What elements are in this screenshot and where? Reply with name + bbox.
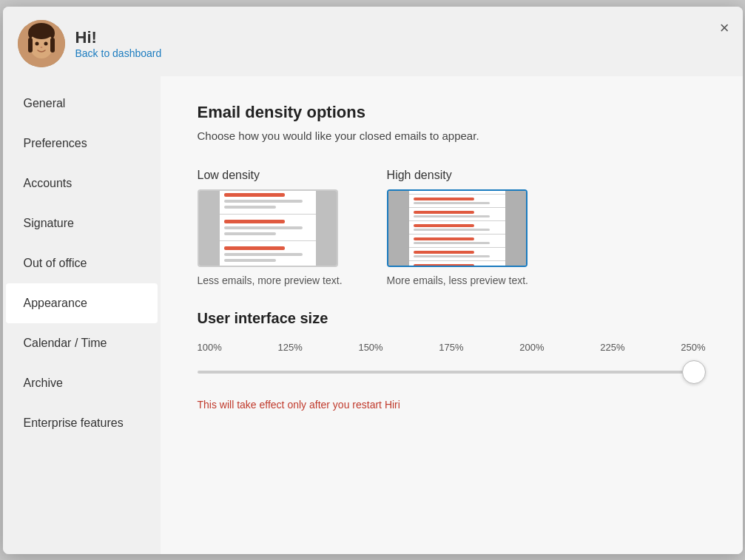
slider-label-100: 100% bbox=[198, 342, 222, 353]
sender-bar bbox=[224, 193, 286, 197]
email-row bbox=[409, 248, 505, 261]
slider-label-200: 200% bbox=[519, 342, 544, 353]
sidebar-item-enterprise-features[interactable]: Enterprise features bbox=[6, 403, 158, 443]
sidebar-item-general[interactable]: General bbox=[6, 84, 158, 124]
slider-label-250: 250% bbox=[681, 342, 705, 353]
slider-thumb[interactable] bbox=[682, 360, 706, 384]
sidebar: General Preferences Accounts Signature O… bbox=[3, 76, 161, 554]
preview-line-short bbox=[224, 206, 277, 209]
sidebar-item-appearance[interactable]: Appearance bbox=[6, 283, 158, 323]
svg-rect-7 bbox=[28, 38, 33, 53]
email-row bbox=[409, 195, 505, 208]
dialog-header: Hi! Back to dashboard × bbox=[3, 7, 743, 76]
preview-line bbox=[414, 202, 491, 204]
low-density-caption: Less emails, more preview text. bbox=[198, 274, 343, 286]
slider-label-225: 225% bbox=[600, 342, 624, 353]
dialog-body: General Preferences Accounts Signature O… bbox=[3, 76, 743, 554]
preview-line bbox=[224, 226, 303, 229]
email-density-title: Email density options bbox=[198, 103, 706, 122]
preview-right-panel bbox=[316, 191, 337, 266]
sender-bar bbox=[224, 246, 286, 250]
greeting-text: Hi! bbox=[75, 28, 162, 47]
preview-line bbox=[414, 229, 491, 231]
avatar bbox=[18, 20, 65, 67]
settings-dialog: Hi! Back to dashboard × General Preferen… bbox=[3, 7, 743, 554]
restart-notice: This will take effect only after you res… bbox=[198, 399, 706, 411]
preview-right-panel bbox=[505, 191, 526, 266]
email-row bbox=[409, 235, 505, 248]
svg-point-5 bbox=[40, 47, 42, 48]
low-density-option: Low density bbox=[198, 169, 343, 286]
email-row bbox=[409, 261, 505, 267]
preview-line bbox=[414, 189, 491, 192]
email-row bbox=[409, 208, 505, 221]
sidebar-item-accounts[interactable]: Accounts bbox=[6, 163, 158, 203]
preview-line bbox=[224, 200, 303, 203]
svg-rect-8 bbox=[50, 38, 55, 53]
slider-track bbox=[198, 371, 706, 374]
sender-bar bbox=[224, 220, 286, 223]
sender-bar bbox=[414, 251, 475, 254]
svg-point-4 bbox=[44, 41, 47, 45]
sender-bar bbox=[414, 224, 475, 227]
ui-size-title: User interface size bbox=[198, 310, 706, 327]
sender-bar bbox=[414, 237, 475, 240]
main-content: Email density options Choose how you wou… bbox=[161, 76, 743, 554]
email-row bbox=[220, 215, 316, 241]
sidebar-item-preferences[interactable]: Preferences bbox=[6, 124, 158, 163]
ui-size-slider-wrapper bbox=[198, 359, 706, 385]
low-density-label: Low density bbox=[198, 169, 260, 182]
sender-bar bbox=[414, 198, 475, 200]
preview-line bbox=[414, 242, 491, 244]
preview-line bbox=[414, 215, 491, 217]
high-density-label: High density bbox=[387, 169, 452, 182]
email-density-desc: Choose how you would like your closed em… bbox=[198, 129, 706, 142]
slider-label-175: 175% bbox=[439, 342, 463, 353]
high-density-email-list bbox=[409, 191, 505, 266]
high-density-preview[interactable] bbox=[387, 189, 527, 267]
close-button[interactable]: × bbox=[720, 20, 729, 36]
email-row bbox=[220, 189, 316, 215]
email-row bbox=[409, 189, 505, 195]
svg-point-3 bbox=[35, 41, 38, 45]
slider-labels: 100% 125% 150% 175% 200% 225% 250% bbox=[198, 342, 706, 353]
sender-bar bbox=[414, 211, 475, 214]
svg-point-6 bbox=[30, 24, 53, 39]
density-options-row: Low density bbox=[198, 169, 706, 286]
ui-size-section: User interface size 100% 125% 150% 175% … bbox=[198, 310, 706, 411]
high-density-option: High density bbox=[387, 169, 528, 286]
sidebar-item-signature[interactable]: Signature bbox=[6, 203, 158, 243]
sidebar-item-calendar-time[interactable]: Calendar / Time bbox=[6, 323, 158, 363]
back-to-dashboard-link[interactable]: Back to dashboard bbox=[75, 47, 162, 59]
sender-bar bbox=[414, 264, 475, 267]
low-density-email-list bbox=[220, 191, 316, 266]
email-row bbox=[220, 241, 316, 267]
preview-line bbox=[224, 253, 303, 256]
preview-line bbox=[414, 255, 491, 257]
preview-line-short bbox=[224, 232, 277, 235]
sidebar-item-archive[interactable]: Archive bbox=[6, 363, 158, 403]
low-density-preview[interactable] bbox=[198, 189, 338, 267]
slider-label-150: 150% bbox=[358, 342, 382, 353]
email-row bbox=[409, 221, 505, 235]
high-density-caption: More emails, less preview text. bbox=[387, 274, 528, 286]
sidebar-item-out-of-office[interactable]: Out of office bbox=[6, 243, 158, 283]
preview-left-panel bbox=[388, 191, 409, 266]
slider-label-125: 125% bbox=[277, 342, 302, 353]
preview-left-panel bbox=[199, 191, 220, 266]
header-text: Hi! Back to dashboard bbox=[75, 28, 162, 59]
preview-line-short bbox=[224, 259, 277, 262]
